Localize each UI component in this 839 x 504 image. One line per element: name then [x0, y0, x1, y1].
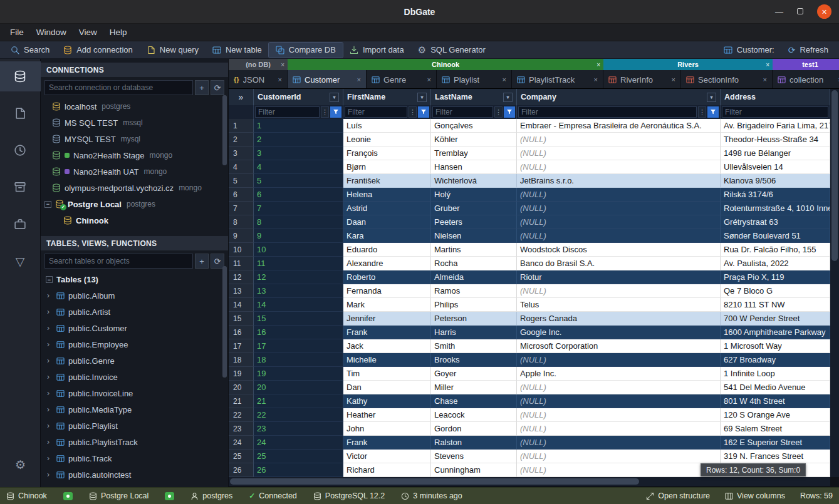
cell-customerid[interactable]: 15 — [254, 312, 343, 326]
cell-firstname[interactable]: Eduardo — [343, 243, 431, 257]
column-menu-icon[interactable]: ▾ — [503, 93, 513, 102]
cell-address[interactable]: 69 Salem Street — [721, 422, 830, 436]
rail-plugins[interactable] — [0, 209, 41, 239]
tab-collection[interactable]: collection× — [773, 70, 839, 89]
tabgroup-chinook[interactable]: Chinook× — [288, 59, 603, 70]
row-number[interactable]: 26 — [229, 463, 254, 477]
cell-firstname[interactable]: Daan — [343, 215, 431, 229]
cell-company[interactable]: (NULL) — [517, 394, 721, 408]
rail-settings[interactable]: ⚙ — [0, 450, 41, 480]
cell-firstname[interactable]: Helena — [343, 188, 431, 202]
connection-item-ms-sql-test[interactable]: MS SQL TESTmssql — [41, 115, 228, 131]
cell-lastname[interactable]: Wichterlová — [431, 174, 517, 188]
tables-scrollbar-thumb[interactable] — [222, 266, 227, 378]
toolbar-new-query[interactable]: New query — [140, 43, 206, 58]
cell-address[interactable]: 162 E Superior Street — [721, 436, 830, 450]
cell-company[interactable]: (NULL) — [517, 450, 721, 463]
cell-company[interactable]: JetBrains s.r.o. — [517, 174, 721, 188]
cell-address[interactable]: 1600 Amphitheatre Parkway — [721, 326, 830, 339]
add-connection-mini-button[interactable]: + — [195, 80, 209, 95]
cell-firstname[interactable]: John — [343, 422, 431, 436]
toolbar-search[interactable]: Search — [4, 43, 56, 58]
cell-customerid[interactable]: 22 — [254, 408, 343, 422]
cell-firstname[interactable]: Mark — [343, 298, 431, 312]
cell-firstname[interactable]: Michelle — [343, 353, 431, 367]
tabgroup-test1[interactable]: test1× — [773, 59, 839, 70]
cell-firstname[interactable]: Frank — [343, 436, 431, 450]
cell-customerid[interactable]: 9 — [254, 229, 343, 243]
minimize-button[interactable]: — — [775, 7, 783, 16]
cell-customerid[interactable]: 12 — [254, 270, 343, 284]
filter-menu-icon[interactable]: ⋮ — [321, 106, 329, 118]
cell-address[interactable]: 1 Infinite Loop — [721, 367, 830, 381]
toolbar-customer[interactable]: Customer: — [717, 43, 781, 58]
cell-customerid[interactable]: 4 — [254, 160, 343, 174]
cell-customerid[interactable]: 10 — [254, 243, 343, 257]
filter-funnel-button[interactable] — [707, 106, 719, 118]
cell-firstname[interactable]: Richard — [343, 463, 431, 477]
filter-funnel-button[interactable] — [418, 106, 429, 118]
cell-customerid[interactable]: 5 — [254, 174, 343, 188]
connection-search-input[interactable] — [44, 80, 193, 95]
cell-firstname[interactable]: Dan — [343, 381, 431, 394]
cell-address[interactable]: Rua Dr. Falcão Filho, 155 — [721, 243, 830, 257]
tables-group[interactable]: −Tables (13) — [41, 272, 228, 287]
tab-riverinfo[interactable]: RiverInfo× — [603, 70, 681, 89]
tab-customer[interactable]: Customer× — [288, 70, 367, 89]
cell-lastname[interactable]: Brooks — [431, 353, 517, 367]
close-icon[interactable]: × — [763, 76, 767, 83]
cell-firstname[interactable]: Luís — [343, 119, 431, 133]
connection-item-postgre-local[interactable]: −✓Postgre Localpostgres — [41, 196, 228, 212]
horizontal-scrollbar-thumb[interactable] — [230, 478, 639, 485]
toolbar-add-connection[interactable]: Add connection — [56, 43, 140, 58]
cell-customerid[interactable]: 11 — [254, 257, 343, 270]
cell-lastname[interactable]: Miller — [431, 381, 517, 394]
refresh-connections-button[interactable]: ⟳ — [211, 80, 224, 95]
cell-company[interactable]: (NULL) — [517, 463, 721, 477]
cell-firstname[interactable]: Kathy — [343, 394, 431, 408]
cell-address[interactable]: Av. Paulista, 2022 — [721, 257, 830, 270]
cell-customerid[interactable]: 26 — [254, 463, 343, 477]
filter-input-address[interactable] — [722, 106, 828, 118]
table-item-public-autoinctest[interactable]: ›public.autoinctest — [41, 466, 228, 483]
rail-query[interactable]: ▽ — [0, 246, 41, 276]
row-number[interactable]: 13 — [229, 284, 254, 298]
table-item-public-invoiceline[interactable]: ›public.InvoiceLine — [41, 385, 228, 401]
row-number[interactable]: 2 — [229, 133, 254, 147]
column-header-address[interactable]: Address — [721, 89, 830, 105]
cell-address[interactable]: Qe 7 Bloco G — [721, 284, 830, 298]
table-item-public-album[interactable]: ›public.Album — [41, 287, 228, 304]
cell-address[interactable]: Grétrystraat 63 — [721, 215, 830, 229]
close-icon[interactable]: × — [672, 76, 675, 83]
cell-customerid[interactable]: 24 — [254, 436, 343, 450]
cell-lastname[interactable]: Gordon — [431, 422, 517, 436]
cell-company[interactable]: (NULL) — [517, 147, 721, 160]
menu-item-view[interactable]: View — [73, 28, 103, 37]
cell-company[interactable]: Embraer - Empresa Brasileira de Aeronáut… — [517, 119, 721, 133]
cell-lastname[interactable]: Hansen — [431, 160, 517, 174]
cell-address[interactable]: 8210 111 ST NW — [721, 298, 830, 312]
cell-address[interactable]: 1498 rue Bélanger — [721, 147, 830, 160]
cell-firstname[interactable]: Roberto — [343, 270, 431, 284]
cell-address[interactable]: 319 N. Frances Street — [721, 450, 830, 463]
tab-genre[interactable]: Genre× — [367, 70, 437, 89]
filter-funnel-button[interactable] — [504, 106, 515, 118]
rail-history[interactable] — [0, 135, 41, 165]
cell-customerid[interactable]: 2 — [254, 133, 343, 147]
cell-address[interactable]: Rilská 3174/6 — [721, 188, 830, 202]
cell-lastname[interactable]: Almeida — [431, 270, 517, 284]
row-number[interactable]: 6 — [229, 188, 254, 202]
filter-menu-icon[interactable]: ⋮ — [494, 106, 503, 118]
connection-item-nano2health-stage[interactable]: Nano2Health Stagemongo — [41, 147, 228, 163]
row-number[interactable]: 3 — [229, 147, 254, 160]
close-icon[interactable]: × — [278, 76, 282, 83]
cell-customerid[interactable]: 14 — [254, 298, 343, 312]
cell-lastname[interactable]: Harris — [431, 326, 517, 339]
cell-company[interactable]: Woodstock Discos — [517, 243, 721, 257]
close-icon[interactable]: × — [766, 61, 769, 68]
connection-item-mysql-test[interactable]: MYSQL TESTmysql — [41, 131, 228, 147]
cell-lastname[interactable]: Gruber — [431, 202, 517, 215]
cell-customerid[interactable]: 7 — [254, 202, 343, 215]
row-number[interactable]: 5 — [229, 174, 254, 188]
cell-company[interactable]: Banco do Brasil S.A. — [517, 257, 721, 270]
